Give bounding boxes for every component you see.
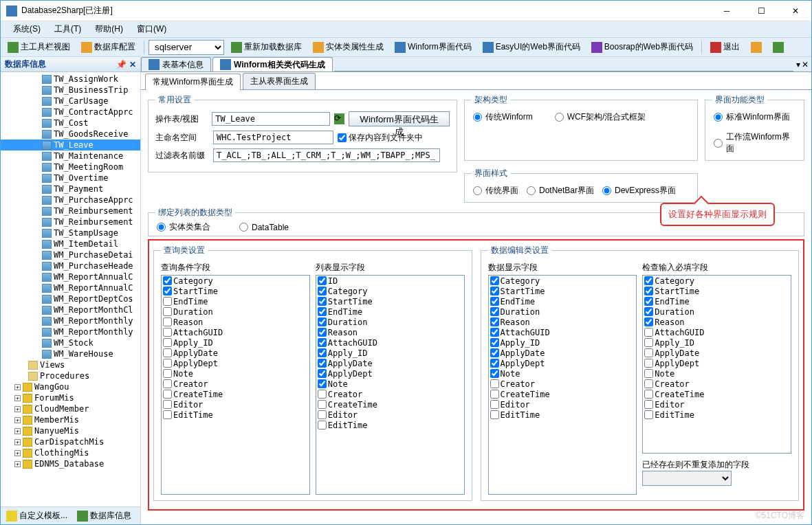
menu-window[interactable]: 窗口(W) [130, 22, 173, 36]
home-button[interactable] [747, 40, 766, 55]
tree-table-item[interactable]: WM_PurchaseDetai [1, 249, 140, 260]
field-checkbox-item[interactable]: Duration [643, 306, 791, 317]
field-checkbox-item[interactable]: ApplyDate [643, 348, 791, 358]
tree-table-item[interactable]: WM_ReportMonthCl [1, 304, 140, 315]
tab-custom-template[interactable]: 自定义模板... [3, 509, 70, 523]
bootstrap-code-button[interactable]: Boosrap的Web界面代码 [587, 39, 697, 55]
field-checkbox-item[interactable]: CreateTime [643, 389, 791, 399]
field-checkbox-item[interactable]: StartTime [489, 286, 637, 296]
tree-db-item[interactable]: +EDNMS_Database [1, 458, 140, 469]
field-checkbox-item[interactable]: Duration [489, 306, 637, 317]
tree-table-item[interactable]: TW_Leave [1, 139, 140, 150]
field-checkbox-item[interactable]: AttachGUID [162, 327, 309, 337]
field-checkbox-item[interactable]: CreateTime [489, 389, 637, 399]
tree-table-item[interactable]: WM_ReportMonthly [1, 315, 140, 326]
tree-db-item[interactable]: +MemberMis [1, 414, 140, 425]
expander-icon[interactable]: + [14, 384, 21, 390]
field-checkbox-item[interactable]: ApplyDept [162, 358, 309, 368]
func-workflow[interactable]: 工作流Winform界面 [712, 131, 797, 155]
tree-table-item[interactable]: TW_GoodsReceive [1, 129, 140, 139]
field-checkbox-item[interactable]: StartTime [316, 296, 464, 306]
exit-button[interactable]: 退出 [706, 39, 744, 55]
expander-icon[interactable]: + [14, 428, 21, 434]
field-checkbox-item[interactable]: EndTime [162, 296, 309, 306]
sub-tab-master[interactable]: 主从表界面生成 [243, 73, 316, 89]
generate-button[interactable]: Winform界面代码生成 [349, 111, 450, 126]
field-checkbox-item[interactable]: Apply_ID [489, 337, 637, 348]
tree-table-item[interactable]: WM_Stock [1, 337, 140, 348]
winform-code-button[interactable]: Winform界面代码 [391, 39, 476, 55]
bind-datatable[interactable]: DataTable [238, 221, 289, 233]
field-checkbox-item[interactable]: Note [162, 368, 309, 379]
db-config-button[interactable]: 数据库配置 [77, 39, 140, 55]
field-checkbox-item[interactable]: StartTime [643, 286, 791, 296]
tree-table-item[interactable]: WM_ReportAnnualC [1, 271, 140, 282]
tree-table-item[interactable]: WM_ReportAnnualC [1, 282, 140, 293]
arch-wcf[interactable]: WCF架构/混合式框架 [553, 111, 646, 123]
query-fields-list[interactable]: CategoryStartTimeEndTimeDurationReasonAt… [161, 275, 310, 495]
field-checkbox-item[interactable]: Apply_ID [643, 337, 791, 348]
tree-table-item[interactable]: WM_ReportDeptCos [1, 293, 140, 304]
tree-table-item[interactable]: TW_MeetingRoom [1, 161, 140, 172]
field-checkbox-item[interactable]: ApplyDate [162, 348, 309, 358]
db-tree[interactable]: TW_AssignWorkTW_BusinessTripTW_CarUsageT… [1, 72, 140, 506]
field-checkbox-item[interactable]: Note [489, 368, 637, 379]
expander-icon[interactable]: + [14, 417, 21, 423]
tab-close-icon[interactable]: ✕ [802, 60, 809, 69]
field-checkbox-item[interactable]: Reason [316, 327, 464, 337]
refresh-table-icon[interactable]: ⟳ [334, 113, 345, 124]
field-checkbox-item[interactable]: Apply_ID [316, 348, 464, 358]
field-checkbox-item[interactable]: CreateTime [316, 399, 464, 410]
tree-table-item[interactable]: TW_BusinessTrip [1, 85, 140, 96]
field-checkbox-item[interactable]: EndTime [489, 296, 637, 306]
expander-icon[interactable]: + [14, 461, 21, 467]
func-standard[interactable]: 标准Winform界面 [712, 111, 797, 123]
tree-folder-item[interactable]: Views [1, 359, 140, 370]
pin-icon[interactable]: 📌 [116, 60, 127, 69]
tree-db-item[interactable]: +ForumMis [1, 392, 140, 403]
field-checkbox-item[interactable]: Creator [316, 389, 464, 399]
field-checkbox-item[interactable]: CreateTime [162, 389, 309, 399]
field-checkbox-item[interactable]: ID [316, 276, 464, 286]
tab-db-info[interactable]: 数据库信息 [74, 509, 134, 523]
tree-table-item[interactable]: TW_CarUsage [1, 96, 140, 107]
table-input[interactable] [212, 112, 329, 126]
tree-table-item[interactable]: WM_PurchaseHeade [1, 260, 140, 271]
field-checkbox-item[interactable]: Note [316, 379, 464, 389]
style-devexpress[interactable]: DevExpress界面 [601, 185, 676, 197]
field-checkbox-item[interactable]: Duration [316, 317, 464, 327]
field-checkbox-item[interactable]: EndTime [643, 296, 791, 306]
field-checkbox-item[interactable]: Editor [643, 399, 791, 410]
menu-system[interactable]: 系统(S) [6, 22, 47, 36]
tree-table-item[interactable]: TW_Payment [1, 183, 140, 194]
field-checkbox-item[interactable]: Reason [489, 317, 637, 327]
tree-table-item[interactable]: TW_AssignWork [1, 74, 140, 85]
expander-icon[interactable]: + [14, 406, 21, 412]
expander-icon[interactable]: + [14, 439, 21, 445]
style-traditional[interactable]: 传统界面 [472, 185, 518, 197]
tree-table-item[interactable]: WM_ItemDetail [1, 238, 140, 249]
db-type-select[interactable]: sqlserver [149, 40, 224, 55]
field-checkbox-item[interactable]: AttachGUID [643, 327, 791, 337]
tree-db-item[interactable]: +WangGou [1, 381, 140, 392]
field-checkbox-item[interactable]: Duration [162, 306, 309, 317]
field-checkbox-item[interactable]: Category [316, 286, 464, 296]
tree-table-item[interactable]: TW_PurchaseApprc [1, 194, 140, 205]
field-checkbox-item[interactable]: ApplyDept [489, 358, 637, 368]
field-checkbox-item[interactable]: EndTime [316, 306, 464, 317]
field-checkbox-item[interactable]: ApplyDept [316, 368, 464, 379]
field-checkbox-item[interactable]: Creator [162, 379, 309, 389]
field-checkbox-item[interactable]: ApplyDept [643, 358, 791, 368]
tree-folder-item[interactable]: Procedures [1, 370, 140, 381]
field-checkbox-item[interactable]: Category [162, 276, 309, 286]
tab-dropdown-icon[interactable]: ▾ [796, 60, 800, 69]
field-checkbox-item[interactable]: ApplyDate [489, 348, 637, 358]
required-fields-list[interactable]: CategoryStartTimeEndTimeDurationReasonAt… [642, 275, 791, 454]
data-fields-list[interactable]: CategoryStartTimeEndTimeDurationReasonAt… [488, 275, 637, 495]
field-checkbox-item[interactable]: Reason [643, 317, 791, 327]
tree-table-item[interactable]: TW_Maintenance [1, 150, 140, 161]
field-checkbox-item[interactable]: EditTime [643, 410, 791, 420]
field-checkbox-item[interactable]: EditTime [162, 410, 309, 420]
field-checkbox-item[interactable]: AttachGUID [316, 337, 464, 348]
easyui-code-button[interactable]: EasyUI的Web界面代码 [479, 39, 584, 55]
